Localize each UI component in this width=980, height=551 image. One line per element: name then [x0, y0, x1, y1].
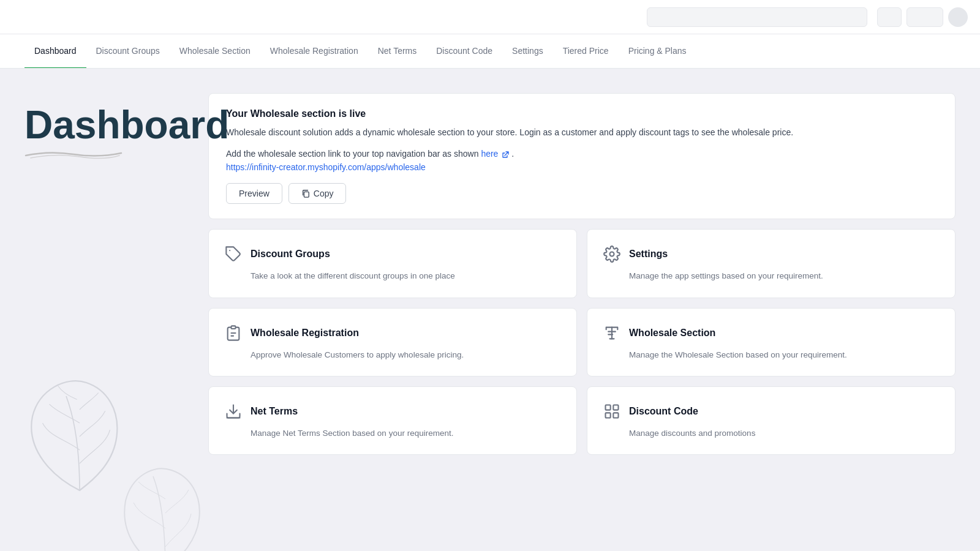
card-title: Settings	[629, 249, 668, 260]
card-wholesale-section[interactable]: Wholesale Section Manage the Wholesale S…	[587, 308, 956, 377]
title-decoration	[24, 149, 123, 159]
nav-note: Add the wholesale section link to your t…	[226, 149, 938, 159]
card-description: Take a look at the different discount gr…	[224, 270, 562, 282]
clipboard-icon	[224, 323, 243, 343]
left-panel: Dashboard	[24, 93, 184, 455]
card-discount-groups[interactable]: Discount Groups Take a look at the diffe…	[208, 229, 577, 298]
decoration-2	[110, 455, 221, 551]
card-header: Settings	[602, 244, 940, 264]
svg-rect-10	[606, 405, 611, 410]
preview-button[interactable]: Preview	[226, 183, 282, 204]
banner-actions: Preview Copy	[226, 183, 938, 204]
gear-icon	[602, 244, 622, 264]
right-panel: Your Wholesale section is live Wholesale…	[208, 93, 956, 455]
card-header: Discount Code	[602, 402, 940, 421]
card-title: Discount Code	[629, 406, 698, 417]
nav-item-discount-code[interactable]: Discount Code	[426, 34, 502, 69]
text-icon	[602, 323, 622, 343]
copy-button[interactable]: Copy	[288, 183, 347, 204]
card-grid: Discount Groups Take a look at the diffe…	[208, 229, 956, 455]
nav-item-tiered-price[interactable]: Tiered Price	[553, 34, 619, 69]
nav-item-wholesale-registration[interactable]: Wholesale Registration	[260, 34, 368, 69]
svg-rect-3	[232, 326, 236, 329]
card-settings[interactable]: Settings Manage the app settings based o…	[587, 229, 956, 298]
card-header: Net Terms	[224, 402, 562, 421]
store-url-link[interactable]: https://infinity-creator.myshopify.com/a…	[226, 162, 938, 172]
download-icon	[224, 402, 243, 421]
card-description: Approve Wholesale Customers to apply who…	[224, 349, 562, 361]
nav-item-settings[interactable]: Settings	[502, 34, 553, 69]
card-title: Net Terms	[251, 406, 298, 417]
card-header: Wholesale Section	[602, 323, 940, 343]
svg-rect-13	[613, 413, 618, 418]
nav-item-net-terms[interactable]: Net Terms	[368, 34, 427, 69]
copy-icon	[301, 189, 310, 198]
card-net-terms[interactable]: Net Terms Manage Net Terms Section based…	[208, 386, 577, 455]
card-title: Wholesale Section	[629, 328, 715, 339]
card-title: Wholesale Registration	[251, 328, 359, 339]
nav-item-discount-groups[interactable]: Discount Groups	[86, 34, 170, 69]
banner-description: Wholesale discount solution adds a dynam…	[226, 126, 938, 139]
card-description: Manage discounts and promotions	[602, 427, 940, 440]
nav-item-pricing---plans[interactable]: Pricing & Plans	[619, 34, 696, 69]
svg-rect-11	[613, 405, 618, 410]
card-discount-code[interactable]: Discount Code Manage discounts and promo…	[587, 386, 956, 455]
top-bar	[0, 0, 980, 34]
main-content: Dashboard	[0, 69, 980, 479]
svg-rect-12	[606, 413, 611, 418]
card-title: Discount Groups	[251, 249, 330, 260]
nav: DashboardDiscount GroupsWholesale Sectio…	[0, 34, 980, 69]
card-description: Manage the Wholesale Section based on yo…	[602, 349, 940, 361]
card-description: Manage Net Terms Section based on your r…	[224, 427, 562, 440]
grid-icon	[602, 402, 622, 421]
card-wholesale-registration[interactable]: Wholesale Registration Approve Wholesale…	[208, 308, 577, 377]
banner-title: Your Wholesale section is live	[226, 108, 938, 119]
nav-item-dashboard[interactable]: Dashboard	[24, 34, 86, 69]
here-link[interactable]: here	[481, 149, 511, 159]
svg-point-2	[610, 252, 614, 257]
svg-rect-0	[304, 192, 309, 198]
page-title: Dashboard	[24, 105, 184, 144]
card-header: Discount Groups	[224, 244, 562, 264]
tag-icon	[224, 244, 243, 264]
live-banner: Your Wholesale section is live Wholesale…	[208, 93, 956, 219]
card-header: Wholesale Registration	[224, 323, 562, 343]
card-description: Manage the app settings based on your re…	[602, 270, 940, 282]
nav-item-wholesale-section[interactable]: Wholesale Section	[170, 34, 260, 69]
